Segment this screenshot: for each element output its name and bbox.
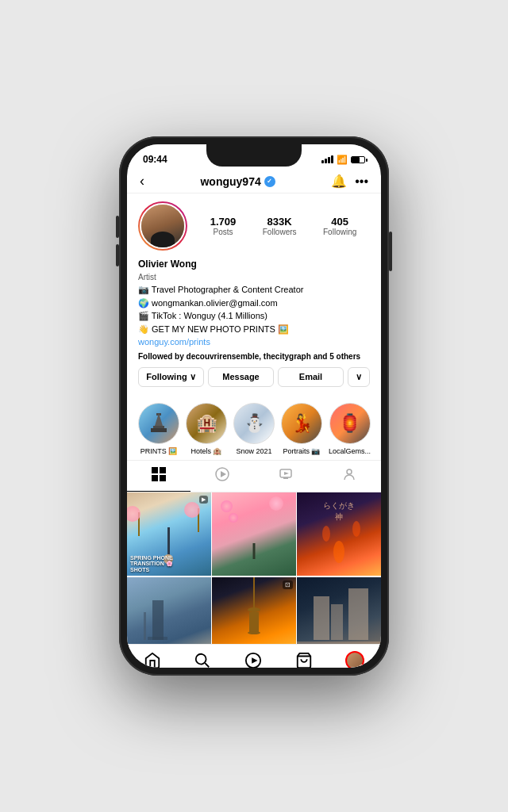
avatar[interactable]	[138, 201, 187, 251]
email-button[interactable]: Email	[278, 367, 344, 387]
status-icons: 📶	[321, 155, 365, 165]
igtv-icon	[279, 467, 293, 485]
nav-action-icons: 🔔 •••	[331, 174, 368, 189]
highlight-snow[interactable]: ⛄ Snow 2021	[233, 403, 275, 455]
photo-grid: ▶ SPRING PHONETRANSITION 🌸SHOTS	[127, 492, 381, 645]
avatar-image	[140, 203, 186, 249]
phone-screen: 09:44 📶 ‹ wonguy974 ✓	[127, 144, 381, 668]
tab-reels[interactable]	[190, 461, 254, 492]
tagged-icon	[342, 467, 356, 485]
power-button[interactable]	[389, 232, 392, 271]
followers-stat[interactable]: 833K Followers	[263, 216, 297, 236]
profile-section: 1.709 Posts 833K Followers 405 Following	[127, 193, 381, 398]
highlight-label-snow: Snow 2021	[236, 447, 271, 455]
svg-marker-9	[221, 471, 226, 477]
highlight-localgems[interactable]: 🏮 LocalGems...	[329, 403, 371, 455]
tab-grid[interactable]	[127, 461, 190, 492]
svg-marker-17	[252, 657, 257, 663]
paris-icon	[147, 412, 171, 435]
snow-emoji-icon: ⛄	[244, 413, 265, 434]
profile-top: 1.709 Posts 833K Followers 405 Following	[138, 201, 370, 251]
photo-2[interactable]	[212, 492, 296, 576]
highlight-circle-hotels: 🏨	[186, 403, 227, 444]
svg-rect-2	[153, 426, 164, 428]
avatar-photo	[141, 205, 184, 247]
following-stat[interactable]: 405 Following	[323, 216, 356, 236]
bio-line-4: 👋 GET MY NEW PHOTO PRINTS 🖼️	[138, 323, 370, 336]
profile-stats: 1.709 Posts 833K Followers 405 Following	[197, 216, 370, 236]
action-buttons: Following ∨ Message Email ∨	[138, 367, 370, 387]
svg-rect-11	[283, 477, 288, 479]
volume-up-button[interactable]	[116, 216, 119, 238]
phone-frame: 09:44 📶 ‹ wonguy974 ✓	[119, 136, 389, 676]
navigation-bar: ‹ wonguy974 ✓ 🔔 •••	[127, 168, 381, 193]
followed-users: decouvrirensemble, thecitygraph and 5 ot…	[187, 352, 361, 361]
svg-marker-12	[284, 472, 289, 475]
highlight-circle-portraits: 💃	[281, 403, 322, 444]
volume-down-button[interactable]	[116, 244, 119, 266]
svg-rect-5	[160, 467, 166, 473]
grid-icon	[152, 467, 166, 485]
svg-rect-7	[160, 475, 166, 481]
highlight-hotels[interactable]: 🏨 Hotels 🏨	[186, 403, 227, 455]
svg-point-14	[196, 654, 206, 665]
nav-home[interactable]	[144, 652, 161, 668]
nav-reels[interactable]	[244, 652, 262, 668]
highlight-circle-snow: ⛄	[233, 403, 275, 444]
content-tabs	[127, 460, 381, 492]
nav-search[interactable]	[194, 652, 211, 668]
svg-marker-1	[155, 413, 163, 426]
hotel-emoji-icon: 🏨	[196, 413, 217, 434]
highlight-circle-localgems: 🏮	[329, 403, 371, 444]
bio-followed-by: Followed by decouvrirensemble, thecitygr…	[138, 350, 370, 362]
bio-link[interactable]: wonguy.com/prints	[138, 337, 210, 347]
following-button[interactable]: Following ∨	[138, 367, 204, 387]
bio-line-3: 🎬 TikTok : Wonguy (4.1 Millions)	[138, 309, 370, 323]
nav-shop[interactable]	[295, 652, 313, 668]
back-button[interactable]: ‹	[140, 173, 144, 190]
battery-icon	[351, 156, 365, 163]
nav-profile[interactable]	[345, 651, 364, 668]
bio-line-2: 🌍 wongmankan.olivier@gmail.com	[138, 297, 370, 310]
photo-6[interactable]	[297, 577, 381, 644]
notch	[206, 144, 302, 167]
highlight-label-portraits: Portraits 📷	[283, 447, 320, 455]
message-button[interactable]: Message	[208, 367, 274, 387]
profile-title: wonguy974 ✓	[200, 175, 275, 188]
bio-section: Olivier Wong Artist 📷 Travel Photographe…	[138, 257, 370, 362]
tab-igtv[interactable]	[254, 461, 318, 492]
photo-5-overlay: ⊡	[283, 580, 293, 589]
wifi-icon: 📶	[337, 155, 348, 165]
bio-line-1: 📷 Travel Photographer & Content Creator	[138, 283, 370, 297]
notification-bell-icon[interactable]: 🔔	[331, 174, 347, 189]
highlight-portraits[interactable]: 💃 Portraits 📷	[281, 403, 322, 455]
bottom-navigation	[127, 644, 381, 668]
photo-4[interactable]	[127, 577, 211, 644]
tab-tagged[interactable]	[318, 461, 381, 492]
posts-stat[interactable]: 1.709 Posts	[210, 216, 237, 236]
bio-link-line: wonguy.com/prints	[138, 335, 370, 349]
highlight-circle-prints	[138, 403, 179, 444]
more-dropdown-button[interactable]: ∨	[348, 367, 370, 387]
svg-rect-3	[151, 428, 167, 432]
main-content: ‹ wonguy974 ✓ 🔔 •••	[127, 168, 381, 644]
highlight-label-localgems: LocalGems...	[329, 447, 371, 455]
reels-icon	[215, 467, 229, 485]
highlight-prints[interactable]: PRINTS 🖼️	[138, 403, 179, 455]
photo-1[interactable]: ▶ SPRING PHONETRANSITION 🌸SHOTS	[127, 492, 211, 576]
photo-1-label: SPRING PHONETRANSITION 🌸SHOTS	[130, 555, 173, 573]
portrait-emoji-icon: 💃	[291, 413, 313, 434]
svg-rect-6	[152, 475, 158, 481]
photo-1-overlay: ▶	[199, 496, 208, 504]
photo-3[interactable]: らくがき神	[297, 492, 381, 576]
highlight-label-prints: PRINTS 🖼️	[140, 447, 178, 455]
verified-badge: ✓	[264, 176, 275, 187]
svg-point-13	[347, 469, 352, 474]
story-highlights: PRINTS 🖼️ 🏨 Hotels 🏨 ⛄ Snow 2021	[127, 398, 381, 460]
more-options-icon[interactable]: •••	[355, 174, 368, 189]
signal-icon	[321, 155, 333, 163]
status-time: 09:44	[143, 154, 167, 165]
photo-5[interactable]: ⊡	[212, 577, 296, 644]
localgems-emoji-icon: 🏮	[339, 413, 360, 434]
svg-line-15	[206, 663, 210, 667]
